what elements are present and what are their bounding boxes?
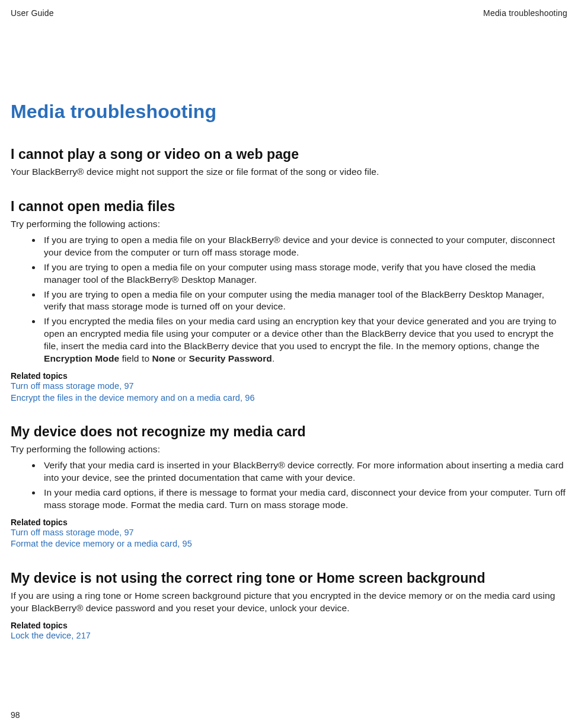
text-run: or [175,353,189,363]
section4-paragraph: If you are using a ring tone or Home scr… [11,590,567,615]
text-bold: None [152,353,175,363]
section2-list: If you are trying to open a media file o… [11,234,567,365]
list-item: If you are trying to open a media file o… [41,261,567,286]
related-link[interactable]: Encrypt the files in the device memory a… [11,392,567,404]
section3-list: Verify that your media card is inserted … [11,459,567,512]
related-link[interactable]: Turn off mass storage mode, 97 [11,381,567,392]
page-content: User Guide Media troubleshooting Media t… [0,0,578,728]
list-item: In your media card options, if there is … [41,487,567,512]
related-link[interactable]: Turn off mass storage mode, 97 [11,527,567,539]
section3-intro: Try performing the following actions: [11,443,567,456]
related-topics-label: Related topics [11,518,567,527]
text-run: field to [119,353,152,363]
page-title: Media troubleshooting [11,101,567,123]
related-topics-label: Related topics [11,371,567,381]
list-item: If you are trying to open a media file o… [41,234,567,259]
text-bold: Security Password [189,353,272,363]
list-item: If you encrypted the media files on your… [41,315,567,365]
related-topics-label: Related topics [11,621,567,630]
related-link[interactable]: Format the device memory or a media card… [11,538,567,550]
section1-paragraph: Your BlackBerry® device might not suppor… [11,166,567,178]
page-number: 98 [11,710,20,720]
header-left: User Guide [11,8,54,18]
section2-intro: Try performing the following actions: [11,218,567,231]
text-run: . [272,353,274,363]
related-link[interactable]: Lock the device, 217 [11,630,567,642]
section4-heading: My device is not using the correct ring … [11,570,567,586]
section1-heading: I cannot play a song or video on a web p… [11,146,567,162]
page-header: User Guide Media troubleshooting [11,8,567,18]
list-item: If you are trying to open a media file o… [41,289,567,314]
section3-heading: My device does not recognize my media ca… [11,424,567,440]
text-bold: Encryption Mode [44,353,119,363]
text-run: If you encrypted the media files on your… [44,316,557,351]
list-item: Verify that your media card is inserted … [41,459,567,484]
section2-heading: I cannot open media files [11,199,567,215]
header-right: Media troubleshooting [483,8,567,18]
